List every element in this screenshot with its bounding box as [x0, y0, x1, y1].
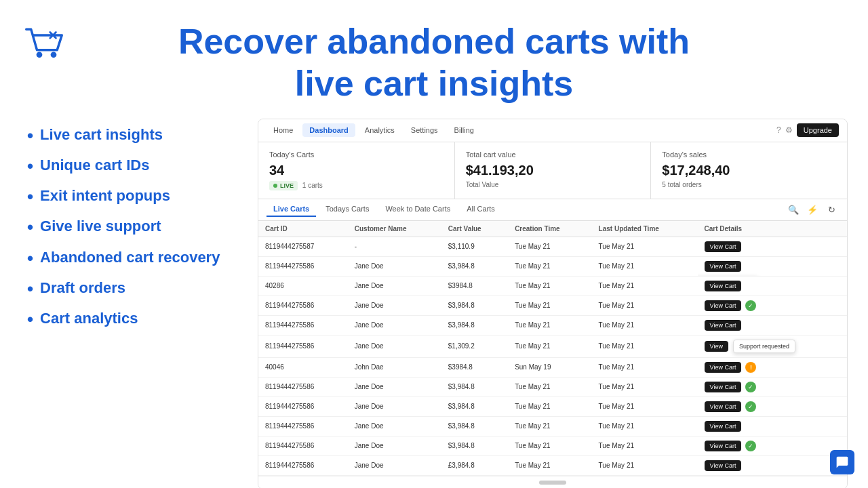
col-cart-id: Cart ID: [258, 221, 348, 237]
cell-0: 8119444275586: [258, 436, 348, 455]
cell-2: $3984.8: [441, 276, 508, 296]
cell-0: 8119444275586: [258, 396, 348, 416]
cell-1: Jane Doe: [348, 455, 441, 475]
nav-item-analytics[interactable]: Analytics: [358, 123, 401, 137]
cell-0: 8119444275586: [258, 296, 348, 315]
table-row: 8119444275586Jane Doe$3,984.8Tue May 21T…: [258, 436, 847, 455]
cell-3: Tue May 21: [508, 335, 591, 357]
search-icon[interactable]: 🔍: [786, 202, 801, 217]
refresh-icon[interactable]: ↻: [824, 202, 839, 217]
cell-4: Tue May 21: [592, 436, 698, 455]
cell-0: 8119444275587: [258, 237, 348, 256]
badge-green: ✓: [745, 382, 756, 392]
stat-todays-sales: Today's sales $17,248,40 5 total orders: [651, 142, 847, 199]
table-row: 8119444275586Jane Doe$3,984.8Tue May 21T…: [258, 377, 847, 396]
cell-3: Tue May 21: [508, 416, 591, 436]
view-cart-button[interactable]: View Cart: [705, 281, 742, 291]
view-cart-button[interactable]: View Cart: [705, 460, 742, 471]
cell-4: Tue May 21: [592, 256, 698, 276]
cell-3: Tue May 21: [508, 276, 591, 296]
tab-all-carts[interactable]: All Carts: [460, 202, 502, 217]
scroll-bar[interactable]: [539, 481, 566, 485]
nav-item-dashboard[interactable]: Dashboard: [302, 123, 355, 137]
cart-details-cell: View Cart: [698, 416, 847, 436]
stats-row: Today's Carts 34 LIVE 1 carts Total cart…: [258, 142, 847, 199]
badge-green: ✓: [745, 441, 756, 451]
cart-details-cell: View Cart✓: [698, 436, 847, 455]
cell-3: Tue May 21: [508, 315, 591, 335]
help-icon[interactable]: ?: [776, 125, 781, 135]
cell-0: 8119444275586: [258, 315, 348, 335]
cell-1: Jane Doe: [348, 256, 441, 276]
cell-0: 8119444275586: [258, 455, 348, 475]
cell-2: $3,984.8: [441, 315, 508, 335]
chat-fab[interactable]: [830, 450, 854, 474]
todays-sales-label: Today's sales: [662, 150, 836, 159]
table-row: 8119444275586Jane Doe$3,984.8Tue May 21T…: [258, 416, 847, 436]
cell-1: Jane Doe: [348, 315, 441, 335]
nav-item-home[interactable]: Home: [267, 123, 300, 137]
table-row: 8119444275586Jane Doe$1,309.2Tue May 21T…: [258, 335, 847, 357]
col-last-updated: Last Updated Time: [592, 221, 698, 237]
view-cart-button[interactable]: View Cart: [705, 300, 742, 311]
view-cart-button[interactable]: View: [705, 341, 728, 352]
cart-table: Cart ID Customer Name Cart Value Creatio…: [258, 221, 847, 476]
hero-title: Recover abandoned carts with live cart i…: [14, 20, 854, 105]
cell-1: Jane Doe: [348, 276, 441, 296]
feature-item-abandoned-cart-recovery: Abandoned cart recovery: [27, 248, 237, 269]
todays-sales-value: $17,248,40: [662, 163, 836, 178]
cart-details-cell: View Cart✓: [698, 396, 847, 416]
nav-item-billing[interactable]: Billing: [448, 123, 481, 137]
svg-point-0: [37, 52, 43, 58]
cell-3: Sun May 19: [508, 357, 591, 377]
tab-todays-carts[interactable]: Todays Carts: [319, 202, 376, 217]
cart-details-cell: View Cart✓: [698, 377, 847, 396]
cell-0: 40046: [258, 357, 348, 377]
cell-4: Tue May 21: [592, 357, 698, 377]
table-row: 8119444275586Jane Doe$3,984.8Tue May 21T…: [258, 396, 847, 416]
total-cart-value-value: $41.193,20: [466, 163, 640, 178]
cell-2: $3,984.8: [441, 256, 508, 276]
cell-3: Tue May 21: [508, 396, 591, 416]
view-cart-button[interactable]: View Cart: [705, 382, 742, 392]
tab-week-to-date[interactable]: Week to Date Carts: [378, 202, 457, 217]
table-row: 8119444275586Jane Doe£3,984.8Tue May 21T…: [258, 455, 847, 475]
cell-2: $3,110.9: [441, 237, 508, 256]
filter-icon[interactable]: ⚡: [805, 202, 820, 217]
cell-2: $1,309.2: [441, 335, 508, 357]
nav-item-settings[interactable]: Settings: [404, 123, 445, 137]
cell-0: 8119444275586: [258, 416, 348, 436]
support-tooltip: Support requested: [733, 340, 795, 353]
upgrade-button[interactable]: Upgrade: [797, 123, 839, 137]
feature-item-live-cart-insights: Live cart insights: [27, 125, 237, 146]
tab-live-carts[interactable]: Live Carts: [267, 202, 316, 217]
todays-carts-sub: LIVE 1 carts: [269, 181, 443, 190]
cell-1: Jane Doe: [348, 436, 441, 455]
cell-1: Jane Doe: [348, 416, 441, 436]
col-creation-time: Creation Time: [508, 221, 591, 237]
view-cart-button[interactable]: View Cart: [705, 441, 742, 451]
settings-icon[interactable]: ⚙: [785, 125, 793, 135]
feature-item-unique-cart-ids: Unique cart IDs: [27, 156, 237, 177]
view-cart-button[interactable]: View Cart: [705, 261, 742, 272]
cell-1: -: [348, 237, 441, 256]
table-row: 8119444275586Jane Doe$3,984.8Tue May 21T…: [258, 315, 847, 335]
page-header: Recover abandoned carts with live cart i…: [0, 0, 868, 119]
todays-carts-label: Today's Carts: [269, 150, 443, 159]
view-cart-button[interactable]: View Cart: [705, 421, 742, 432]
view-cart-button[interactable]: View Cart: [705, 401, 742, 412]
cell-4: Tue May 21: [592, 276, 698, 296]
cell-1: Jane Doe: [348, 396, 441, 416]
view-cart-button[interactable]: View Cart: [705, 320, 742, 331]
todays-carts-value: 34: [269, 163, 443, 178]
table-row: 8119444275586Jane Doe$3,984.8Tue May 21T…: [258, 296, 847, 315]
cell-3: Tue May 21: [508, 296, 591, 315]
cell-0: 8119444275586: [258, 377, 348, 396]
cell-4: Tue May 21: [592, 237, 698, 256]
feature-item-draft-orders: Draft orders: [27, 279, 237, 300]
live-badge: LIVE: [269, 181, 298, 190]
view-cart-button[interactable]: View Cart: [705, 241, 742, 252]
cell-3: Tue May 21: [508, 436, 591, 455]
cell-1: John Dae: [348, 357, 441, 377]
view-cart-button[interactable]: View Cart: [705, 362, 742, 373]
